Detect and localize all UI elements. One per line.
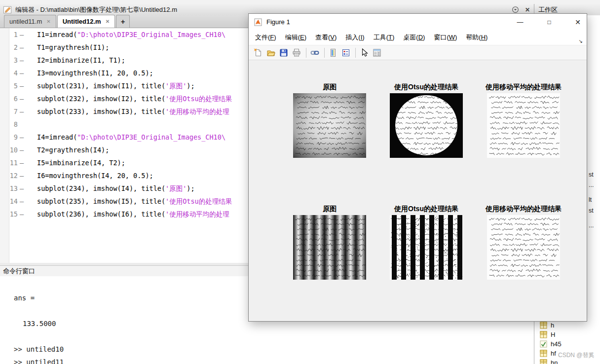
subplot-image-vignette bbox=[293, 93, 366, 158]
edit-plot-icon bbox=[359, 48, 369, 58]
save-figure-button[interactable] bbox=[278, 47, 290, 59]
menu-item-d[interactable]: 桌面(D) bbox=[399, 33, 429, 42]
toolbar-separator bbox=[355, 48, 356, 58]
code-line: 6–subplot(232), imshow(I2), title('使用Ots… bbox=[0, 92, 232, 105]
code-lines: 1–I1=imread("D:\photo\DIP3E_Original_Ima… bbox=[0, 28, 232, 220]
clipped-text-fragment: ... bbox=[589, 222, 594, 229]
property-inspector-button[interactable] bbox=[371, 47, 383, 59]
minimize-button[interactable]: — bbox=[512, 14, 528, 30]
workspace-variable-row[interactable]: hf bbox=[534, 349, 556, 358]
figure-toolbar bbox=[249, 45, 587, 60]
subplot-image-otsu bbox=[390, 93, 463, 158]
matlab-figure-icon bbox=[254, 18, 262, 26]
code-text: subplot(235), imshow(I5), title('使用Otsu的… bbox=[37, 195, 232, 208]
toolbar-separator bbox=[324, 48, 325, 58]
new-figure-button[interactable] bbox=[252, 47, 264, 59]
line-number: 14 bbox=[0, 195, 18, 208]
edit-plot-button[interactable] bbox=[358, 47, 370, 59]
print-figure-button[interactable] bbox=[291, 47, 302, 59]
line-number: 8 bbox=[0, 118, 18, 131]
insert-legend-button[interactable] bbox=[340, 47, 352, 59]
menu-item-t[interactable]: 工具(T) bbox=[369, 33, 399, 42]
variable-name: hf bbox=[551, 350, 556, 357]
maximize-button[interactable]: □ bbox=[541, 14, 558, 30]
tab-close-icon[interactable]: ✕ bbox=[46, 19, 50, 24]
code-line: 11–I5=imbinarize(I4, T2); bbox=[0, 156, 232, 169]
subplot-image-plain bbox=[487, 93, 560, 158]
line-number: 11 bbox=[0, 156, 18, 169]
matrix-icon bbox=[540, 350, 547, 357]
workspace-variable-row[interactable]: hn bbox=[534, 358, 558, 364]
subplot-image-stripes bbox=[293, 215, 366, 280]
clipped-text-fragment: st bbox=[589, 171, 594, 178]
tab-close-icon[interactable]: ✕ bbox=[106, 19, 110, 24]
figure-title: Figure 1 bbox=[266, 18, 290, 26]
figure-titlebar[interactable]: Figure 1 — □ ✕ bbox=[249, 14, 587, 30]
line-dash: – bbox=[18, 54, 26, 67]
code-text: subplot(232), imshow(I2), title('使用Otsu的… bbox=[37, 92, 232, 105]
code-text: I5=imbinarize(I4, T2); bbox=[37, 156, 125, 169]
code-line: 14–subplot(235), imshow(I5), title('使用Ot… bbox=[0, 195, 232, 208]
line-number: 15 bbox=[0, 208, 18, 220]
line-dash bbox=[18, 118, 26, 131]
open-file-button[interactable] bbox=[265, 47, 277, 59]
subplot-3: 使用移动平均的处理结果 bbox=[487, 83, 560, 158]
line-dash: – bbox=[18, 182, 26, 195]
link-plot-button[interactable] bbox=[309, 47, 321, 59]
line-dash: – bbox=[18, 92, 26, 105]
subplot-title: 使用移动平均的处理结果 bbox=[486, 205, 562, 214]
close-button[interactable]: ✕ bbox=[569, 14, 586, 30]
code-text: I2=imbinarize(I1, T1); bbox=[37, 54, 125, 67]
editor-tab-Untitled12-m[interactable]: Untitled12.m✕ bbox=[57, 15, 115, 28]
new-tab-button[interactable]: + bbox=[116, 15, 130, 28]
line-number: 12 bbox=[0, 169, 18, 182]
line-dash: – bbox=[18, 28, 26, 41]
subplot-title: 使用移动平均的处理结果 bbox=[486, 83, 562, 92]
menu-item-w[interactable]: 窗口(W) bbox=[429, 33, 461, 42]
subplot-title: 使用Otsu的处理结果 bbox=[394, 205, 458, 214]
line-dash: – bbox=[18, 79, 26, 92]
link-plot-icon bbox=[310, 48, 320, 58]
code-line: 7–subplot(233), imshow(I3), title('使用移动平… bbox=[0, 105, 232, 118]
insert-colorbar-button[interactable] bbox=[327, 47, 339, 59]
workspace-variable-row[interactable]: h45 bbox=[534, 339, 562, 349]
matrix-icon bbox=[540, 331, 547, 338]
insert-colorbar-icon bbox=[328, 48, 338, 58]
toolbar-separator bbox=[306, 48, 306, 58]
variable-name: hn bbox=[551, 359, 558, 364]
subplot-5: 使用Otsu的处理结果 bbox=[390, 205, 463, 280]
menu-item-v[interactable]: 查看(V) bbox=[311, 33, 341, 42]
tab-label: Untitled12.m bbox=[63, 18, 101, 25]
workspace-variable-row[interactable]: H bbox=[534, 330, 555, 339]
line-number: 4 bbox=[0, 67, 18, 79]
workspace-variable-row[interactable]: h bbox=[534, 321, 554, 330]
subplot-title: 使用Otsu的处理结果 bbox=[394, 83, 458, 92]
clipped-text-fragment: ... bbox=[589, 182, 594, 188]
line-dash: – bbox=[18, 131, 26, 144]
panel-menu-icon[interactable] bbox=[511, 6, 519, 14]
line-dash: – bbox=[18, 195, 26, 208]
figure-menubar: 文件(F)编辑(E)查看(V)插入(I)工具(T)桌面(D)窗口(W)帮助(H) bbox=[249, 30, 587, 45]
menu-item-i[interactable]: 插入(I) bbox=[341, 33, 369, 42]
matlab-desktop: 编辑器 - D:\matlab\bin\图像数字处理\第七章\Untitled1… bbox=[0, 0, 600, 364]
line-dash: – bbox=[18, 156, 26, 169]
figure-window: Figure 1 — □ ✕ 文件(F)编辑(E)查看(V)插入(I)工具(T)… bbox=[248, 13, 587, 322]
editor-tab-untiled11-m[interactable]: untiled11.m✕ bbox=[4, 15, 56, 28]
panel-close-icon[interactable]: ✕ bbox=[524, 6, 531, 14]
code-text: T1=graythresh(I1); bbox=[37, 41, 109, 54]
save-figure-icon bbox=[279, 48, 289, 58]
line-number: 7 bbox=[0, 105, 18, 118]
menu-item-e[interactable]: 编辑(E) bbox=[281, 33, 311, 42]
code-line: 15–subplot(236), imshow(I6), title('使用移动… bbox=[0, 208, 232, 220]
subplot-1: 原图 bbox=[293, 83, 366, 158]
line-number: 13 bbox=[0, 182, 18, 195]
variable-name: H bbox=[551, 331, 555, 338]
code-line: 3–I2=imbinarize(I1, T1); bbox=[0, 54, 232, 67]
menu-item-h[interactable]: 帮助(H) bbox=[461, 33, 492, 42]
menu-item-f[interactable]: 文件(F) bbox=[251, 33, 281, 42]
line-number: 6 bbox=[0, 92, 18, 105]
line-number: 5 bbox=[0, 79, 18, 92]
line-number: 10 bbox=[0, 144, 18, 156]
open-file-icon bbox=[266, 48, 276, 58]
line-dash: – bbox=[18, 41, 26, 54]
